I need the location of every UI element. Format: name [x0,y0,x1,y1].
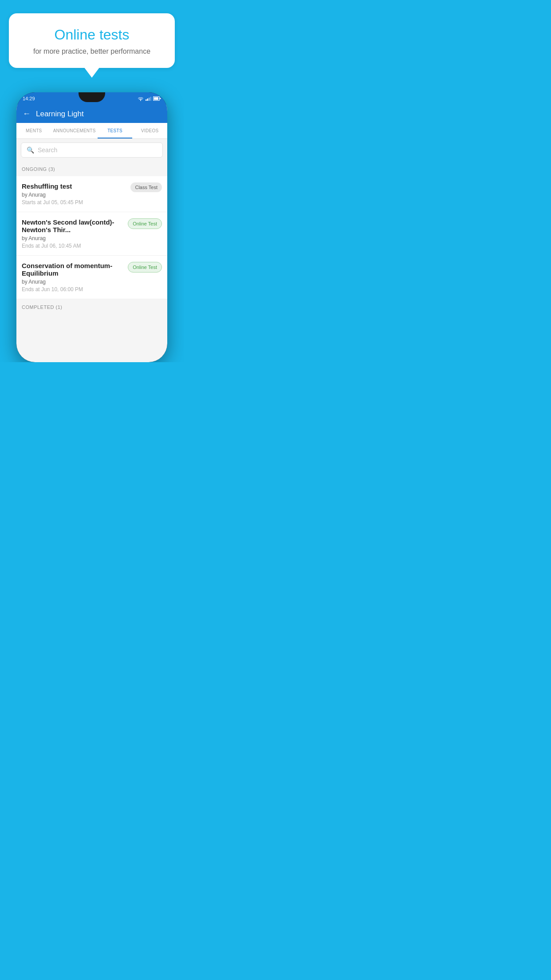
svg-rect-6 [154,97,158,100]
completed-label: COMPLETED (1) [22,304,62,310]
phone-screen: ← Learning Light MENTS ANNOUNCEMENTS TES… [16,105,167,362]
test-author-1: by Anurag [22,192,126,198]
battery-icon [153,96,161,101]
svg-point-0 [140,100,141,101]
test-author-3: by Anurag [22,279,123,285]
test-time-2: Ends at Jul 06, 10:45 AM [22,243,123,249]
tab-videos[interactable]: VIDEOS [132,123,167,138]
badge-online-test-3: Online Test [128,262,162,273]
phone-outer: 14:29 [16,92,167,362]
ongoing-section-header: ONGOING (3) [16,161,167,176]
test-author-2: by Anurag [22,235,123,241]
test-info-3: Conservation of momentum-Equilibrium by … [22,262,123,292]
speech-bubble: Online tests for more practice, better p… [9,13,175,68]
signal-icon [146,96,151,101]
test-list: Reshuffling test by Anurag Starts at Jul… [16,176,167,299]
svg-rect-4 [150,97,152,101]
test-name-2: Newton's Second law(contd)-Newton's Thir… [22,218,123,233]
svg-rect-2 [147,99,149,101]
search-container: 🔍 Search [16,139,167,161]
svg-rect-3 [149,98,150,101]
search-input[interactable]: Search [38,146,57,154]
test-name-1: Reshuffling test [22,182,126,190]
wifi-icon [138,96,144,101]
badge-online-test-2: Online Test [128,218,162,229]
bubble-subtitle: for more practice, better performance [21,47,162,55]
test-time-1: Starts at Jul 05, 05:45 PM [22,199,126,205]
bubble-title: Online tests [21,27,162,43]
completed-section-header: COMPLETED (1) [16,299,167,314]
test-item-2[interactable]: Newton's Second law(contd)-Newton's Thir… [16,212,167,256]
notch [79,92,105,102]
svg-rect-1 [146,99,147,101]
tab-announcements[interactable]: ANNOUNCEMENTS [51,123,98,138]
phone-wrapper: 14:29 [16,92,167,362]
svg-rect-7 [160,98,161,99]
status-bar: 14:29 [16,92,167,105]
test-item-3[interactable]: Conservation of momentum-Equilibrium by … [16,256,167,299]
app-header: ← Learning Light [16,105,167,123]
test-name-3: Conservation of momentum-Equilibrium [22,262,123,277]
status-icons [138,96,161,101]
test-time-3: Ends at Jun 10, 06:00 PM [22,286,123,292]
test-info-2: Newton's Second law(contd)-Newton's Thir… [22,218,123,249]
search-icon: 🔍 [27,146,34,154]
speech-bubble-container: Online tests for more practice, better p… [0,0,184,68]
status-time: 14:29 [23,96,35,101]
test-item-1[interactable]: Reshuffling test by Anurag Starts at Jul… [16,176,167,212]
tab-tests[interactable]: TESTS [98,123,133,138]
ongoing-label: ONGOING (3) [22,166,55,172]
test-info-1: Reshuffling test by Anurag Starts at Jul… [22,182,126,205]
tab-ments[interactable]: MENTS [16,123,51,138]
back-button[interactable]: ← [23,109,31,119]
badge-class-test-1: Class Test [130,182,162,192]
search-box[interactable]: 🔍 Search [21,142,163,158]
tabs-bar: MENTS ANNOUNCEMENTS TESTS VIDEOS [16,123,167,139]
app-title: Learning Light [36,110,84,119]
